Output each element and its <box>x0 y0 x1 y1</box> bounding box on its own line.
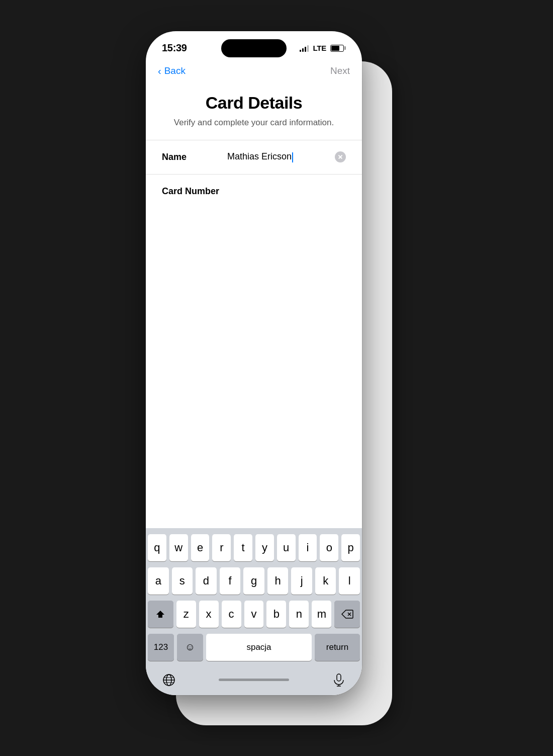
space-key[interactable]: spacja <box>206 634 312 661</box>
title-section: Card Details Verify and complete your ca… <box>146 83 362 140</box>
keyboard-bottom-row <box>148 667 360 695</box>
num-key[interactable]: 123 <box>148 634 174 661</box>
key-x[interactable]: x <box>199 601 219 628</box>
key-s[interactable]: s <box>172 567 193 595</box>
key-h[interactable]: h <box>267 567 289 595</box>
form-section: Name Mathias Ericson Card Number <box>146 140 362 209</box>
globe-icon <box>162 674 175 687</box>
key-k[interactable]: k <box>315 567 336 595</box>
key-w[interactable]: w <box>169 534 188 561</box>
battery-fill <box>331 46 339 51</box>
shift-icon <box>155 609 165 619</box>
key-n[interactable]: n <box>289 601 309 628</box>
key-c[interactable]: c <box>222 601 241 628</box>
content: Card Details Verify and complete your ca… <box>146 83 362 528</box>
dynamic-island <box>221 39 287 57</box>
microphone-button[interactable] <box>328 669 350 691</box>
delete-icon <box>341 610 353 619</box>
back-button[interactable]: ‹ Back <box>158 65 186 77</box>
home-bar-indicator <box>219 679 289 681</box>
back-label: Back <box>164 65 186 76</box>
name-value: Mathias Ericson <box>227 151 293 162</box>
key-v[interactable]: v <box>244 601 264 628</box>
battery-body <box>330 45 344 52</box>
key-j[interactable]: j <box>291 567 312 595</box>
key-t[interactable]: t <box>234 534 252 561</box>
key-r[interactable]: r <box>212 534 231 561</box>
key-o[interactable]: o <box>320 534 338 561</box>
keyboard-row-1: q w e r t y u i o p <box>148 534 360 561</box>
status-time: 15:39 <box>162 42 187 54</box>
text-cursor <box>292 152 293 162</box>
nav-bar: ‹ Back Next <box>146 61 362 83</box>
key-b[interactable]: b <box>266 601 286 628</box>
shift-key[interactable] <box>148 601 173 628</box>
key-a[interactable]: a <box>148 567 169 595</box>
page-subtitle: Verify and complete your card informatio… <box>162 118 346 128</box>
key-d[interactable]: d <box>196 567 217 595</box>
keyboard-row-4: 123 ☺ spacja return <box>148 634 360 661</box>
key-e[interactable]: e <box>191 534 210 561</box>
key-m[interactable]: m <box>312 601 331 628</box>
return-key[interactable]: return <box>315 634 360 661</box>
signal-bar-2 <box>302 48 304 52</box>
next-button[interactable]: Next <box>330 65 350 76</box>
key-p[interactable]: p <box>341 534 360 561</box>
signal-bars <box>300 45 309 52</box>
name-row: Name Mathias Ericson <box>146 140 362 175</box>
key-z[interactable]: z <box>176 601 196 628</box>
key-i[interactable]: i <box>299 534 317 561</box>
clear-name-button[interactable] <box>335 151 346 162</box>
microphone-icon <box>333 674 344 687</box>
globe-button[interactable] <box>158 669 180 691</box>
lte-indicator: LTE <box>313 44 326 52</box>
name-value-wrapper: Mathias Ericson <box>227 151 346 162</box>
name-input[interactable]: Mathias Ericson <box>227 151 292 161</box>
status-right: LTE <box>300 44 346 52</box>
signal-bar-1 <box>300 50 301 52</box>
signal-bar-3 <box>305 47 306 52</box>
card-number-label: Card Number <box>162 186 227 197</box>
page-title: Card Details <box>162 93 346 113</box>
key-u[interactable]: u <box>277 534 296 561</box>
phone: 15:39 LTE ‹ B <box>146 31 362 695</box>
delete-key[interactable] <box>334 601 360 628</box>
key-f[interactable]: f <box>220 567 241 595</box>
svg-rect-7 <box>337 674 341 681</box>
empty-area <box>146 209 362 528</box>
battery-nub <box>344 46 346 50</box>
signal-bar-4 <box>307 45 309 52</box>
scene: 15:39 LTE ‹ B <box>146 31 407 725</box>
key-l[interactable]: l <box>339 567 360 595</box>
key-g[interactable]: g <box>243 567 264 595</box>
back-chevron-icon: ‹ <box>158 65 161 77</box>
name-label: Name <box>162 152 227 162</box>
emoji-key[interactable]: ☺ <box>177 634 203 661</box>
keyboard: q w e r t y u i o p a s d f g h j k <box>146 528 362 695</box>
key-q[interactable]: q <box>148 534 166 561</box>
card-number-row: Card Number <box>146 175 362 209</box>
keyboard-row-3: z x c v b n m <box>148 601 360 628</box>
keyboard-row-2: a s d f g h j k l <box>148 567 360 595</box>
key-y[interactable]: y <box>255 534 274 561</box>
battery-icon <box>330 45 346 52</box>
